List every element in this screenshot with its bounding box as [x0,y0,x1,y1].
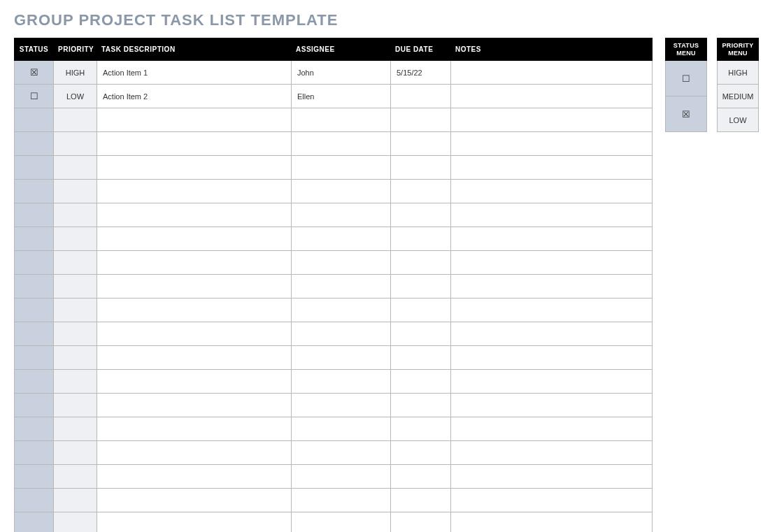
status-cell[interactable] [15,251,54,275]
notes-cell[interactable] [451,441,653,465]
status-cell[interactable] [15,489,54,512]
notes-cell[interactable] [451,180,653,203]
priority-cell[interactable] [54,394,97,417]
assignee-cell[interactable] [292,132,391,156]
priority-cell[interactable] [54,370,97,394]
notes-cell[interactable] [451,203,653,227]
assignee-cell[interactable] [292,108,391,132]
due-cell[interactable] [391,203,451,227]
status-cell[interactable]: ☐ [15,85,54,108]
task-cell[interactable] [97,108,292,132]
assignee-cell[interactable] [292,346,391,370]
task-cell[interactable] [97,275,292,299]
task-cell[interactable] [97,417,292,441]
notes-cell[interactable] [451,417,653,441]
task-cell[interactable] [97,203,292,227]
notes-cell[interactable] [451,512,653,533]
priority-cell[interactable] [54,299,97,322]
assignee-cell[interactable] [292,441,391,465]
task-cell[interactable] [97,180,292,203]
priority-cell[interactable] [54,132,97,156]
priority-cell[interactable]: LOW [54,85,97,108]
priority-cell[interactable] [54,441,97,465]
assignee-cell[interactable]: John [292,61,391,85]
assignee-cell[interactable] [292,512,391,533]
due-cell[interactable] [391,108,451,132]
priority-cell[interactable] [54,180,97,203]
priority-cell[interactable] [54,417,97,441]
priority-menu-item[interactable]: HIGH [718,61,759,85]
notes-cell[interactable] [451,489,653,512]
assignee-cell[interactable] [292,322,391,346]
due-cell[interactable] [391,180,451,203]
due-cell[interactable]: 5/15/22 [391,61,451,85]
status-cell[interactable]: ☒ [15,61,54,85]
notes-cell[interactable] [451,227,653,251]
priority-menu-item[interactable]: MEDIUM [718,85,759,108]
notes-cell[interactable] [451,322,653,346]
notes-cell[interactable] [451,85,653,108]
priority-cell[interactable] [54,512,97,533]
due-cell[interactable] [391,85,451,108]
due-cell[interactable] [391,441,451,465]
status-cell[interactable] [15,275,54,299]
task-cell[interactable] [97,299,292,322]
status-cell[interactable] [15,441,54,465]
status-cell[interactable] [15,132,54,156]
assignee-cell[interactable] [292,180,391,203]
status-cell[interactable] [15,512,54,533]
status-menu-item[interactable]: ☒ [666,96,707,132]
status-cell[interactable] [15,417,54,441]
task-cell[interactable] [97,346,292,370]
status-cell[interactable] [15,394,54,417]
status-cell[interactable] [15,465,54,489]
priority-cell[interactable] [54,346,97,370]
assignee-cell[interactable] [292,203,391,227]
notes-cell[interactable] [451,299,653,322]
due-cell[interactable] [391,489,451,512]
task-cell[interactable] [97,132,292,156]
task-cell[interactable] [97,251,292,275]
status-cell[interactable] [15,227,54,251]
status-cell[interactable] [15,370,54,394]
priority-cell[interactable]: HIGH [54,61,97,85]
status-cell[interactable] [15,299,54,322]
task-cell[interactable] [97,322,292,346]
notes-cell[interactable] [451,346,653,370]
priority-menu-item[interactable]: LOW [718,108,759,132]
task-cell[interactable] [97,465,292,489]
status-cell[interactable] [15,180,54,203]
due-cell[interactable] [391,275,451,299]
task-cell[interactable] [97,394,292,417]
assignee-cell[interactable] [292,251,391,275]
due-cell[interactable] [391,156,451,180]
priority-cell[interactable] [54,489,97,512]
due-cell[interactable] [391,322,451,346]
notes-cell[interactable] [451,370,653,394]
priority-cell[interactable] [54,227,97,251]
due-cell[interactable] [391,251,451,275]
status-menu-item[interactable]: ☐ [666,61,707,96]
due-cell[interactable] [391,227,451,251]
assignee-cell[interactable] [292,275,391,299]
status-cell[interactable] [15,346,54,370]
task-cell[interactable] [97,441,292,465]
assignee-cell[interactable] [292,489,391,512]
task-cell[interactable] [97,227,292,251]
notes-cell[interactable] [451,275,653,299]
notes-cell[interactable] [451,465,653,489]
priority-cell[interactable] [54,251,97,275]
due-cell[interactable] [391,132,451,156]
priority-cell[interactable] [54,203,97,227]
status-cell[interactable] [15,203,54,227]
assignee-cell[interactable] [292,156,391,180]
priority-cell[interactable] [54,322,97,346]
assignee-cell[interactable] [292,299,391,322]
notes-cell[interactable] [451,251,653,275]
task-cell[interactable] [97,512,292,533]
notes-cell[interactable] [451,108,653,132]
notes-cell[interactable] [451,61,653,85]
task-cell[interactable]: Action Item 1 [97,61,292,85]
task-cell[interactable] [97,370,292,394]
priority-cell[interactable] [54,275,97,299]
